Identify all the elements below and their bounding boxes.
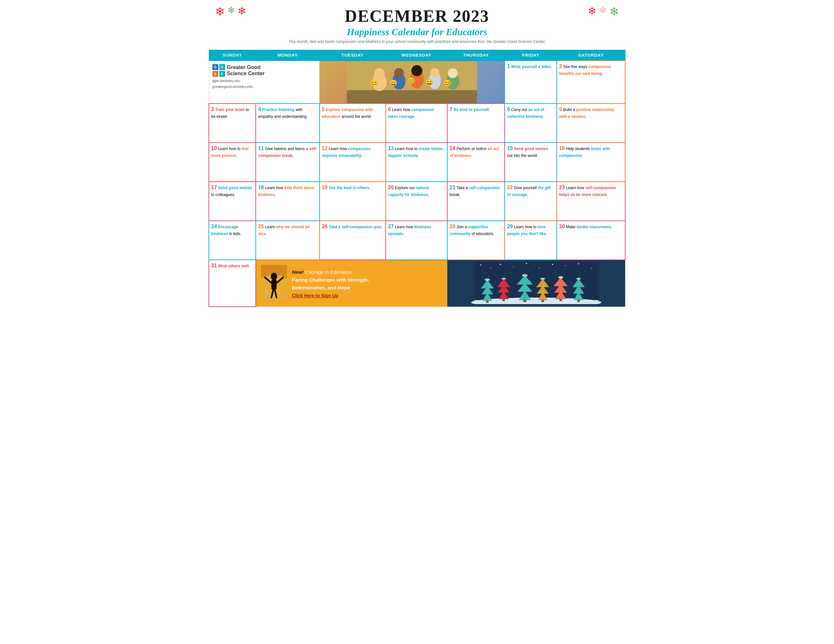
svg-rect-66 (577, 300, 580, 302)
svg-point-67 (485, 278, 490, 281)
day-28-cell[interactable]: 28 Join a supportive community of educat… (447, 221, 504, 260)
day-7-cell[interactable]: 7 Be kind to yourself. (447, 103, 504, 143)
svg-rect-54 (523, 300, 527, 302)
day-19-cell[interactable]: 19 See the best in others. (320, 182, 386, 221)
day-31-text: Wish others well. (218, 264, 250, 268)
day-6-num: 6 (388, 106, 391, 113)
day-16-num: 16 (559, 145, 565, 152)
svg-point-69 (522, 274, 528, 277)
ggsc-url1: ggie.berkeley.edu (212, 79, 316, 83)
day-26-text: Take a self-compassion quiz. (329, 224, 383, 229)
day-22-text: Give yourself the gift of courage. (507, 186, 551, 197)
day-10-cell[interactable]: 10 Learn how to feel more present. (209, 143, 256, 182)
promo-silhouette (261, 265, 287, 302)
day-30-text: Make kinder classrooms. (566, 224, 612, 229)
day-29-cell[interactable]: 29 Learn how to love people you don't li… (504, 221, 557, 260)
day-9-cell[interactable]: 9 Build a positive relationship with a s… (557, 103, 625, 143)
day-26-cell[interactable]: 26 Take a self-compassion quiz. (320, 221, 386, 260)
svg-text:😊: 😊 (443, 79, 451, 87)
kids-photo: 😊 😄 😊 😄 😊 (320, 61, 504, 103)
day-12-text: Learn how compassion requires vulnerabil… (322, 147, 371, 158)
day-3-cell[interactable]: 3 Train your brain to be kinder. (209, 103, 256, 143)
header-tuesday: TUESDAY (320, 50, 386, 61)
day-31-num: 31 (211, 262, 217, 269)
svg-point-9 (430, 68, 440, 77)
day-26-num: 26 (322, 223, 328, 230)
day-7-num: 7 (449, 106, 453, 113)
week-row-1: G G S C Greater GoodScience Center ggie.… (209, 61, 625, 103)
day-13-cell[interactable]: 13 Learn how to create kinder, happier s… (386, 143, 447, 182)
day-25-cell[interactable]: 25 Learn why we should be nice. (256, 221, 319, 260)
day-6-cell[interactable]: 6 Learn how compassion takes courage. (386, 103, 447, 143)
day-4-text: Practice listening with empathy and unde… (258, 107, 307, 119)
day-14-cell[interactable]: 14 Perform or notice an act of kindness. (447, 143, 504, 182)
day-22-cell[interactable]: 22 Give yourself the gift of courage. (504, 182, 557, 221)
svg-point-68 (501, 278, 506, 280)
logo-squares: G G S C (212, 64, 225, 77)
ggsc-logo-cell: G G S C Greater GoodScience Center ggie.… (209, 61, 320, 103)
week-row-2: 3 Train your brain to be kinder. 4 Pract… (209, 103, 625, 143)
day-2-text: See five ways compassion benefits our we… (559, 65, 611, 76)
logo-g1: G (212, 64, 218, 70)
day-30-cell[interactable]: 30 Make kinder classrooms. (557, 221, 625, 260)
day-24-num: 24 (211, 223, 217, 230)
day-18-cell[interactable]: 18 Learn how kids think about kindness. (256, 182, 319, 221)
day-2-cell[interactable]: 2 See five ways compassion benefits our … (557, 61, 625, 103)
day-11-cell[interactable]: 11 Give tweens and teens a self-compassi… (256, 143, 319, 182)
day-31-cell[interactable]: 31 Wish others well. (209, 260, 256, 307)
day-1-cell[interactable]: 1 Write yourself a letter. (504, 61, 557, 103)
promo-cta[interactable]: Click Here to Sign Up (292, 293, 369, 298)
calendar-table: SUNDAY MONDAY TUESDAY WEDNESDAY THURSDAY… (208, 50, 626, 307)
svg-text:😊: 😊 (370, 79, 378, 87)
day-8-cell[interactable]: 8 Carry out an act of collective kindnes… (504, 103, 557, 143)
day-10-text: Learn how to feel more present. (211, 147, 249, 158)
sub-title: Happiness Calendar for Educators (212, 26, 622, 37)
svg-point-33 (565, 265, 566, 266)
day-17-num: 17 (211, 184, 217, 191)
svg-text:😊: 😊 (407, 77, 415, 85)
svg-rect-46 (486, 300, 489, 303)
day-25-num: 25 (258, 223, 264, 230)
day-24-cell[interactable]: 24 Encourage kindness in kids. (209, 221, 256, 260)
day-1-text: Write yourself a letter. (511, 65, 552, 69)
day-4-cell[interactable]: 4 Practice listening with empathy and un… (256, 103, 319, 143)
day-12-cell[interactable]: 12 Learn how compassion requires vulnera… (320, 143, 386, 182)
day-27-cell[interactable]: 27 Learn how kindness spreads. (386, 221, 447, 260)
page-header: ❄ ❄ ❄ ❄ ❄ ❄ DECEMBER 2023 Happiness Cale… (208, 0, 626, 47)
day-16-cell[interactable]: 16 Help students listen with compassion. (557, 143, 625, 182)
snowflake-3: ❄ (238, 5, 246, 19)
day-20-cell[interactable]: 20 Explore our natural capacity for kind… (386, 182, 447, 221)
promo-cell[interactable]: New! Courage in Education:Facing Challen… (256, 260, 447, 307)
day-17-cell[interactable]: 17 Send good wishes to colleagues. (209, 182, 256, 221)
day-17-text: Send good wishes to colleagues. (211, 186, 252, 197)
svg-point-35 (591, 268, 592, 269)
svg-point-32 (552, 264, 553, 265)
day-10-num: 10 (211, 145, 217, 152)
svg-rect-1 (347, 90, 477, 103)
day-15-cell[interactable]: 15 Send good wishes out into the world. (504, 143, 557, 182)
svg-point-5 (394, 68, 404, 78)
svg-point-38 (529, 271, 530, 271)
day-27-text: Learn how kindness spreads. (388, 224, 432, 236)
week-row-5: 24 Encourage kindness in kids. 25 Learn … (209, 221, 625, 260)
svg-point-34 (578, 263, 579, 265)
day-20-num: 20 (388, 184, 394, 191)
header-friday: FRIDAY (504, 50, 557, 61)
snowflake-5: ❄ (599, 5, 607, 19)
header-thursday: THURSDAY (447, 50, 504, 61)
ggsc-url2: greatergood.berkeley.edu (212, 85, 316, 89)
day-5-cell[interactable]: 5 Explore compassion with educators arou… (320, 103, 386, 143)
day-21-cell[interactable]: 21 Take a self-compassion break. (447, 182, 504, 221)
svg-text:😄: 😄 (425, 79, 433, 86)
snowflake-4: ❄ (588, 5, 596, 19)
svg-point-37 (507, 271, 507, 272)
day-23-cell[interactable]: 23 Learn how self-compassion helps us be… (557, 182, 625, 221)
promo-text-block: New! Courage in Education:Facing Challen… (292, 268, 369, 298)
svg-rect-58 (541, 300, 544, 302)
day-29-num: 29 (507, 223, 513, 230)
day-3-text: Train your brain to be kinder. (211, 107, 249, 119)
svg-point-19 (271, 273, 277, 280)
snowflakes-right: ❄ ❄ ❄ (588, 5, 619, 19)
svg-rect-20 (272, 280, 276, 289)
day-headers-row: SUNDAY MONDAY TUESDAY WEDNESDAY THURSDAY… (209, 50, 625, 61)
